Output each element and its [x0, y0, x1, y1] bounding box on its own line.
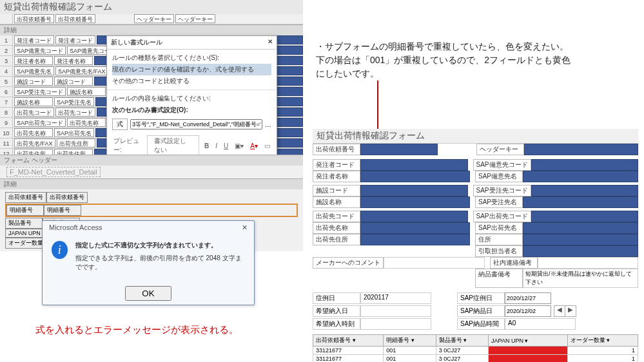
formula-builder-icon[interactable]: …	[265, 121, 271, 128]
label-header-key: ヘッダーキー	[476, 144, 524, 155]
label: SAP納品時間	[457, 318, 505, 330]
table-header[interactable]: 明細番号 ▾	[384, 335, 436, 347]
no-format: 書式設定しない	[147, 135, 199, 156]
label: SAP受注先名	[475, 196, 523, 208]
label: 発注者名称	[313, 171, 360, 182]
field[interactable]	[360, 185, 468, 196]
field[interactable]	[523, 234, 638, 245]
header-label: 出荷依頼番号	[55, 14, 95, 23]
label: SAP備意先コード	[473, 159, 531, 171]
field[interactable]	[523, 196, 638, 208]
field[interactable]	[531, 211, 639, 222]
field[interactable]	[360, 171, 470, 182]
label: SAP備意先名	[475, 171, 523, 182]
field[interactable]	[384, 257, 485, 269]
label: 施設名称	[313, 196, 360, 208]
close-icon[interactable]: ✕	[268, 38, 273, 47]
form-title-right: 短貸出荷情報確認フォーム	[313, 129, 638, 144]
field[interactable]	[360, 222, 470, 234]
annotation-text: ・サブフォームの明細番号で重複していたら、色を変えたい。 下の場合は「001」が…	[316, 40, 571, 81]
label-req-no: 出荷依頼番号	[313, 144, 360, 155]
rule-desc-label: ルールの内容を編集してください:	[112, 93, 271, 104]
det-header: 明細番号	[6, 205, 44, 216]
label: メーカーへのコメント	[313, 257, 384, 269]
label: SAP症例日	[457, 292, 505, 304]
value-case-date[interactable]: 2020117	[360, 292, 431, 304]
table-row[interactable]: 331216770013 0CJ271	[313, 355, 638, 363]
bold-icon[interactable]: B	[203, 142, 210, 149]
field-req-no[interactable]	[360, 144, 438, 155]
record-pager[interactable]: ◀▶	[554, 305, 576, 317]
table-header[interactable]: オーダー数量 ▾	[567, 335, 638, 347]
det-header: JAPAN UPN	[5, 229, 44, 238]
cond-label: 次のセルのみ書式設定(O):	[112, 104, 271, 116]
close-icon[interactable]: ✕	[242, 224, 248, 232]
rule-type-label: ルールの種類を選択してください(S):	[112, 52, 271, 64]
preview-label: プレビュー:	[112, 137, 143, 155]
field[interactable]	[531, 185, 639, 196]
field[interactable]	[523, 245, 638, 257]
equip-hint: 短期貸出/※未使用品は速やかに返却して下さい	[523, 269, 638, 288]
field[interactable]	[360, 234, 470, 245]
label: SAP受注先コード	[473, 185, 531, 196]
det-header: 出荷依頼番号	[46, 192, 88, 203]
label: 希望納入日	[313, 305, 360, 317]
label: 出荷先名称	[313, 222, 360, 234]
fill-color-icon[interactable]: ▣▾	[233, 142, 245, 149]
caption-error: 式を入れるとエラーメッセージが表示される。	[35, 324, 239, 336]
cond-type[interactable]: 式	[112, 119, 128, 130]
table-header[interactable]: 製品番号 ▾	[436, 335, 488, 347]
header-label: 出荷依頼番号	[14, 14, 54, 23]
form-title-left: 短貸出荷情報確認フォーム	[0, 0, 303, 14]
font-color-icon[interactable]: A▾	[249, 142, 259, 149]
header-label: ヘッダーキー	[134, 14, 174, 23]
det-header: オーダー数量	[5, 238, 46, 249]
access-messagebox: Microsoft Access ✕ i 指定した式に不適切な文字列が含まれてい…	[42, 220, 255, 305]
subform-name: F_MD-Net_Coverted_Detail	[6, 167, 101, 177]
underline-icon[interactable]: U	[222, 142, 229, 149]
value-wish-date[interactable]	[360, 305, 431, 317]
rule-type-option[interactable]: 現在のレコードの値を確認するか、式を使用する	[112, 64, 271, 75]
field-header-key[interactable]	[524, 144, 638, 155]
sap-deliv-date-input[interactable]	[505, 305, 551, 317]
field[interactable]	[523, 222, 638, 234]
dialog-title: 新しい書式ルール	[111, 38, 162, 47]
label: 症例日	[313, 292, 360, 304]
italic-icon[interactable]: I	[214, 142, 219, 149]
field[interactable]	[360, 211, 468, 222]
table-header[interactable]: JAPAN UPN ▾	[489, 335, 568, 347]
rule-type-option[interactable]: その他のコードと比較する	[112, 75, 271, 87]
info-icon: i	[52, 241, 68, 259]
label: 出荷先住所	[313, 234, 360, 245]
field[interactable]	[538, 257, 639, 269]
label: 引取担当者名	[475, 245, 523, 257]
label: 施設コード	[313, 185, 360, 196]
label: SAP出荷先コード	[473, 211, 531, 222]
label: SAP出荷先名	[475, 222, 523, 234]
field[interactable]	[523, 171, 638, 182]
section-detail: 詳細	[0, 178, 303, 189]
selected-fields[interactable]: 明細番号 明細番号	[5, 204, 298, 217]
label: 納品書備考	[475, 269, 523, 288]
enabled-icon[interactable]: ▭	[263, 142, 271, 149]
value-sap-deliv-time[interactable]: A0	[505, 318, 576, 330]
field[interactable]	[531, 159, 639, 171]
field[interactable]	[360, 159, 468, 171]
formula-input[interactable]	[130, 119, 262, 129]
msgbox-line2: 指定できる文字列は、前後の引用符を含めて 2048 文字までです。	[75, 254, 245, 272]
label: 出荷先コード	[313, 211, 360, 222]
label: 希望納入時刻	[313, 318, 360, 330]
right-form: 短貸出荷情報確認フォーム 出荷依頼番号 ヘッダーキー 発注者コード SAP備意先…	[313, 129, 638, 362]
section-detail: 詳細	[0, 24, 303, 35]
table-header[interactable]: 出荷依頼番号 ▾	[313, 335, 384, 347]
table-row[interactable]: 331216770013 0CJ271	[313, 347, 638, 355]
label: 発注者コード	[313, 159, 360, 171]
msgbox-line1: 指定した式に不適切な文字列が含まれています。	[75, 241, 245, 250]
msgbox-ok-button[interactable]: OK	[125, 286, 171, 301]
field[interactable]	[360, 196, 470, 208]
label: 住所	[475, 234, 523, 245]
subform-header: フォーム ヘッダー	[0, 155, 303, 166]
value-wish-time[interactable]	[360, 318, 431, 330]
sap-case-date-input[interactable]	[505, 292, 551, 304]
label: 社内連絡備考	[490, 257, 538, 269]
